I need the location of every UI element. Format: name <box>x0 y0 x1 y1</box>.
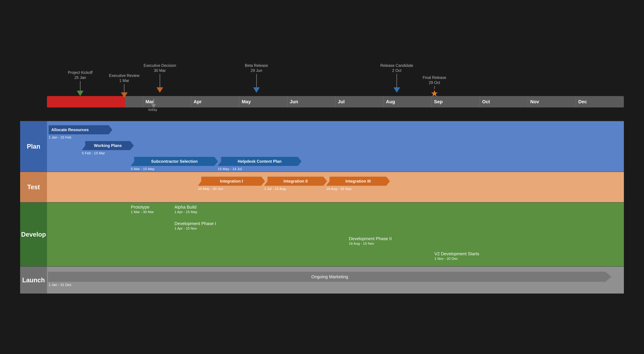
milestone-executive-decision: Executive Decision30 Mar <box>144 63 176 93</box>
milestone-project-kickoff-line <box>80 81 80 91</box>
month-sep: Sep <box>432 96 480 107</box>
month-apr: Apr <box>191 96 239 107</box>
milestone-executive-decision-line <box>160 74 160 87</box>
launch-content: Ongoing Marketing 1 Jan - 31 Dec <box>47 267 624 294</box>
bar-ongoing-marketing-date: 1 Jan - 31 Dec <box>49 283 72 287</box>
develop-content: Prototype 1 Mar - 30 Mar Alpha Build 1 A… <box>47 203 624 266</box>
milestone-executive-review-label: Executive Review1 Mar <box>109 73 140 83</box>
develop-alpha-build-date: 1 Apr - 15 May <box>174 210 198 214</box>
develop-phase-1-date: 1 Apr - 15 Nov <box>174 226 197 230</box>
bar-integration-2-date: 1 Jul - 15 Aug <box>264 187 286 191</box>
plan-label: Plan <box>20 121 47 172</box>
month-jun: Jun <box>288 96 336 107</box>
bar-helpdesk-content-plan: Helpdesk Content Plan <box>218 157 302 166</box>
develop-phase-2-label: Development Phase II <box>349 236 392 241</box>
bar-integration-1-date: 10 May - 30 Jun <box>198 187 223 191</box>
bar-ongoing-marketing-label: Ongoing Marketing <box>311 274 348 279</box>
timeline-section: Jan Feb Mar Apr May Jun Jul Aug Sep Oct … <box>20 60 624 118</box>
milestone-final-release-label: Final Release29 Oct <box>422 75 446 85</box>
develop-label: Develop <box>20 203 47 266</box>
month-aug: Aug <box>384 96 432 107</box>
milestone-executive-review-line <box>124 84 124 92</box>
launch-label: Launch <box>20 267 47 294</box>
month-jul: Jul <box>336 96 384 107</box>
milestone-final-release: Final Release29 Oct ★ <box>422 75 446 98</box>
bar-integration-3-date: 16 Aug - 30 Sep <box>326 187 352 191</box>
main-container: Jan Feb Mar Apr May Jun Jul Aug Sep Oct … <box>20 60 624 294</box>
develop-v2-date: 1 Nov - 20 Dec <box>434 257 458 261</box>
timeline-bar: Jan Feb Mar Apr May Jun Jul Aug Sep Oct … <box>47 96 624 107</box>
today-line <box>154 99 154 104</box>
milestone-beta-release-label: Beta Release29 Jun <box>245 63 268 73</box>
month-mar: Mar <box>143 96 191 107</box>
develop-prototype-date: 1 Mar - 30 Mar <box>131 210 154 214</box>
gantt-row-launch: Launch Ongoing Marketing 1 Jan - 31 Dec <box>20 266 624 294</box>
milestone-beta-release-arrow-icon <box>253 87 260 93</box>
milestone-release-candidate: Release Candidate2 Oct <box>380 63 413 93</box>
milestone-release-candidate-arrow-icon <box>394 87 400 93</box>
timeline-progress <box>47 96 125 107</box>
develop-prototype-label: Prototype <box>131 205 150 210</box>
milestone-executive-review-arrow-icon <box>121 92 128 98</box>
plan-content: Allocate Resources 1 Jan - 15 Feb Workin… <box>47 121 624 172</box>
test-content: Integration I 10 May - 30 Jun Integratio… <box>47 172 624 202</box>
bar-allocate-resources-date: 1 Jan - 15 Feb <box>49 135 71 139</box>
month-may: May <box>239 96 288 107</box>
milestone-executive-decision-label: Executive Decision30 Mar <box>144 63 176 73</box>
today-label: today <box>148 107 157 112</box>
bar-integration-2-label: Integration II <box>284 179 308 184</box>
today-triangle-icon <box>151 104 156 108</box>
bar-working-plans-label: Working Plans <box>94 143 122 148</box>
test-label: Test <box>20 172 47 202</box>
milestone-release-candidate-line <box>396 74 397 87</box>
milestone-beta-release-line <box>256 74 257 87</box>
bar-integration-1: Integration I <box>198 177 265 186</box>
milestone-executive-decision-arrow-icon <box>156 87 163 93</box>
milestone-project-kickoff: Project Kickoff25 Jan <box>68 70 92 96</box>
bar-working-plans: Working Plans <box>82 141 134 150</box>
develop-phase-1-label: Development Phase I <box>174 221 216 226</box>
milestone-project-kickoff-label: Project Kickoff25 Jan <box>68 70 92 80</box>
gantt-row-develop: Develop Prototype 1 Mar - 30 Mar Alpha B… <box>20 202 624 266</box>
bar-integration-3: Integration III <box>326 177 390 186</box>
bar-helpdesk-content-plan-label: Helpdesk Content Plan <box>238 159 282 164</box>
gantt-row-plan: Plan Allocate Resources 1 Jan - 15 Feb W… <box>20 121 624 172</box>
develop-phase-2-date: 16 Aug - 15 Nov <box>349 242 374 246</box>
bar-ongoing-marketing: Ongoing Marketing <box>48 272 612 282</box>
bar-subcontractor-selection: Subcontractor Selection <box>131 157 218 166</box>
milestone-final-release-star-icon: ★ <box>430 89 438 98</box>
milestone-beta-release: Beta Release29 Jun <box>245 63 268 93</box>
month-oct: Oct <box>480 96 528 107</box>
develop-alpha-build-label: Alpha Build <box>174 205 196 210</box>
develop-v2-label: V2 Development Starts <box>434 251 479 256</box>
milestone-release-candidate-label: Release Candidate2 Oct <box>380 63 413 73</box>
bar-working-plans-date: 5 Feb - 15 Mar <box>82 151 105 155</box>
today-marker <box>151 99 156 108</box>
bar-integration-3-label: Integration III <box>346 179 371 184</box>
milestone-executive-review: Executive Review1 Mar <box>109 73 140 98</box>
milestone-project-kickoff-arrow-icon <box>77 91 84 96</box>
bar-helpdesk-content-plan-date: 15 May - 14 Jul <box>218 167 242 171</box>
gantt-row-test: Test Integration I 10 May - 30 Jun Integ… <box>20 172 624 202</box>
bar-integration-1-label: Integration I <box>220 179 243 184</box>
month-nov: Nov <box>528 96 576 107</box>
month-dec: Dec <box>576 96 624 107</box>
bar-subcontractor-selection-label: Subcontractor Selection <box>151 159 198 164</box>
bar-integration-2: Integration II <box>264 177 327 186</box>
bar-allocate-resources: Allocate Resources <box>49 125 112 134</box>
bar-subcontractor-selection-date: 5 Mar - 15 May <box>131 167 154 171</box>
gantt-section: Plan Allocate Resources 1 Jan - 15 Feb W… <box>20 121 624 294</box>
bar-allocate-resources-label: Allocate Resources <box>51 127 89 132</box>
